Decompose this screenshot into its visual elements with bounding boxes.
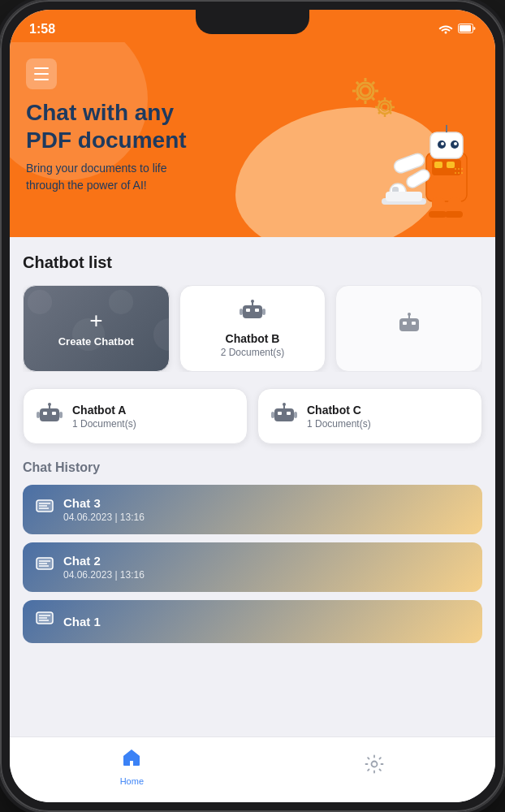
- chat-item-3[interactable]: Chat 3 04.06.2023 | 13:16: [23, 485, 482, 534]
- menu-button[interactable]: [26, 58, 57, 89]
- chatbot-b-card[interactable]: Chatbot B 2 Document(s): [179, 285, 326, 372]
- chatbot-grid-row1: + Create Chatbot: [23, 285, 482, 372]
- chatbot-b-docs: 2 Document(s): [221, 347, 285, 358]
- svg-rect-38: [386, 192, 422, 201]
- svg-rect-69: [271, 412, 274, 418]
- hero-subtitle: Bring your documents to life through the…: [26, 160, 172, 194]
- chat-3-date: 04.06.2023 | 13:16: [63, 512, 145, 523]
- chat-1-icon: [36, 611, 54, 632]
- wifi-icon: [438, 23, 453, 37]
- bottom-nav: Home: [10, 736, 495, 802]
- battery-icon: [458, 23, 476, 36]
- chatbot-partial-card[interactable]: [335, 285, 482, 372]
- svg-rect-42: [445, 211, 463, 218]
- svg-point-86: [372, 762, 378, 767]
- chatbot-list-title: Chatbot list: [23, 253, 482, 272]
- main-content: Chatbot list + Create Chatbot: [10, 237, 495, 736]
- home-label: Home: [120, 776, 144, 786]
- chat-2-info: Chat 2 04.06.2023 | 13:16: [63, 554, 145, 581]
- chat-item-2[interactable]: Chat 2 04.06.2023 | 13:16: [23, 542, 482, 592]
- svg-rect-51: [262, 309, 265, 315]
- svg-rect-47: [255, 309, 259, 312]
- svg-point-61: [48, 403, 51, 406]
- chat-2-date: 04.06.2023 | 13:16: [63, 569, 145, 581]
- chat-2-icon: [36, 557, 54, 577]
- chatbot-a-info: Chatbot A 1 Document(s): [72, 404, 136, 430]
- create-chatbot-card[interactable]: + Create Chatbot: [23, 285, 170, 372]
- chat-item-1[interactable]: Chat 1: [23, 600, 482, 643]
- chatbot-a-name: Chatbot A: [72, 404, 136, 417]
- chatbot-partial-icon: [396, 312, 422, 340]
- chat-2-name: Chat 2: [63, 554, 145, 568]
- chat-3-name: Chat 3: [63, 496, 145, 510]
- svg-rect-64: [274, 408, 294, 421]
- svg-rect-45: [243, 305, 262, 318]
- svg-rect-63: [59, 412, 63, 418]
- chat-1-info: Chat 1: [63, 615, 101, 628]
- svg-point-27: [454, 142, 457, 145]
- robot-illustration: [382, 96, 487, 229]
- svg-rect-52: [399, 318, 419, 331]
- phone-frame: 1:58: [0, 0, 505, 812]
- chatbot-c-card[interactable]: Chatbot C 1 Document(s): [257, 388, 482, 444]
- svg-point-49: [251, 300, 254, 303]
- svg-point-29: [444, 120, 449, 125]
- chat-1-name: Chat 1: [63, 615, 101, 628]
- chat-3-icon: [36, 499, 54, 520]
- hero-section: Chat with any PDF document Bring your do…: [10, 42, 495, 237]
- svg-rect-58: [43, 412, 47, 415]
- create-chatbot-label: Create Chatbot: [58, 335, 134, 348]
- chatbot-c-name: Chatbot C: [307, 404, 371, 417]
- chatbot-b-icon: [240, 299, 265, 327]
- chatbot-c-info: Chatbot C 1 Document(s): [307, 404, 371, 430]
- svg-rect-54: [412, 322, 416, 325]
- svg-rect-41: [429, 211, 447, 218]
- create-plus-icon: +: [89, 309, 102, 332]
- chatbot-b-name: Chatbot B: [226, 332, 280, 345]
- svg-point-56: [408, 313, 411, 316]
- home-icon: [121, 747, 142, 773]
- screen: 1:58: [10, 10, 495, 802]
- svg-rect-46: [246, 309, 250, 312]
- svg-line-8: [356, 82, 359, 84]
- nav-settings[interactable]: [347, 750, 401, 783]
- svg-rect-59: [52, 412, 56, 415]
- svg-point-26: [441, 142, 444, 145]
- svg-rect-50: [240, 309, 243, 315]
- chatbot-a-icon: [37, 402, 63, 430]
- svg-rect-70: [294, 412, 297, 418]
- svg-rect-66: [287, 412, 291, 415]
- status-time: 1:58: [29, 22, 55, 37]
- svg-rect-57: [40, 408, 59, 421]
- svg-rect-53: [403, 322, 407, 325]
- chat-3-info: Chat 3 04.06.2023 | 13:16: [63, 496, 145, 523]
- svg-rect-1: [460, 25, 471, 32]
- svg-rect-62: [37, 412, 40, 418]
- svg-line-10: [372, 82, 374, 84]
- chatbot-a-card[interactable]: Chatbot A 1 Document(s): [23, 388, 248, 444]
- svg-point-68: [283, 403, 286, 406]
- chatbot-grid-row2: Chatbot A 1 Document(s): [23, 388, 482, 444]
- svg-point-3: [360, 86, 370, 96]
- svg-rect-31: [434, 162, 442, 168]
- notch: [196, 10, 309, 34]
- svg-rect-32: [447, 162, 455, 168]
- chatbot-c-icon: [271, 402, 297, 430]
- chat-history-title: Chat History: [23, 460, 482, 475]
- status-icons: [438, 23, 476, 37]
- chatbot-a-docs: 1 Document(s): [72, 418, 136, 430]
- settings-icon: [364, 754, 385, 780]
- chatbot-c-docs: 1 Document(s): [307, 418, 371, 430]
- nav-home[interactable]: Home: [104, 744, 160, 789]
- svg-rect-65: [278, 412, 282, 415]
